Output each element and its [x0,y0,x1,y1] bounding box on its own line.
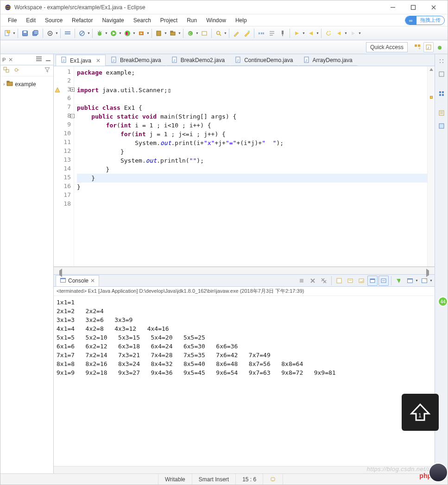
show-whitespace-button[interactable] [256,28,266,38]
line-number[interactable]: 15 [54,174,74,183]
code-line[interactable]: package example; [77,68,427,77]
code-line[interactable] [77,191,427,200]
restore-view-icon[interactable] [437,57,446,65]
line-number[interactable]: 12 [54,147,74,156]
menu-project[interactable]: Project [156,16,182,25]
code-line[interactable]: } [77,183,427,191]
remove-launch-button[interactable] [308,276,318,286]
prev-annotation-button[interactable]: ▼ [306,28,316,38]
filter-icon[interactable] [44,67,50,75]
menu-window[interactable]: Window [202,16,231,25]
line-number[interactable]: 6 [54,94,74,103]
new-java-project-button[interactable]: ▼ [154,28,164,38]
line-number[interactable]: 7 [54,103,74,112]
pin-button[interactable] [278,28,288,38]
show-console-button[interactable] [367,276,378,286]
code-line[interactable]: System.out.print(i+"x"+j+"="+(i*j)+" "); [77,139,427,147]
upload-widget[interactable]: ∞ 拖拽上传 [405,16,445,25]
code-line[interactable]: System.out.println(""); [77,156,427,165]
run-last-button[interactable]: ▼ [136,28,146,38]
line-number[interactable]: 1 [54,68,74,77]
line-number[interactable]: 16 [54,183,74,191]
expand-icon[interactable]: › [3,82,5,87]
line-number[interactable]: 3+ [54,86,74,94]
fold-icon[interactable]: + [70,88,75,92]
avatar-icon[interactable] [429,463,448,482]
fold-icon[interactable]: − [70,114,75,118]
line-number[interactable]: 8− [54,112,74,121]
run-button[interactable]: ▼ [108,28,119,38]
editor-tab[interactable]: JBreakDemo.java [106,55,166,66]
code-line[interactable]: for(int j = 1 ; j<=i ; j++) { [77,130,427,139]
remove-all-launches-button[interactable] [319,276,329,286]
debug-perspective-button[interactable] [435,42,445,52]
line-number[interactable]: 11 [54,139,74,147]
problems-icon[interactable] [437,122,446,130]
task-list-icon[interactable] [437,89,446,98]
new-button[interactable]: ▼ [2,28,13,38]
quick-access-box[interactable]: Quick Access [366,42,408,52]
line-number[interactable]: 18 [54,200,74,209]
code-line[interactable] [77,200,427,209]
open-console-button[interactable]: +▼ [419,276,429,286]
line-number[interactable]: 17 [54,191,74,200]
toggle-breadcrumb-button[interactable] [63,28,73,38]
warning-icon[interactable] [55,87,60,93]
line-number[interactable]: 10 [54,130,74,139]
code-line[interactable]: public static void main(String[] args) { [77,112,427,121]
editor-tab[interactable]: JEx1.java✕ [56,55,106,66]
menu-help[interactable]: Help [231,16,252,25]
close-icon[interactable]: ✕ [96,57,101,64]
code-line[interactable]: } [77,174,427,183]
line-number[interactable]: 13 [54,156,74,165]
scroll-to-top-button[interactable]: 1 [402,394,439,431]
display-selected-button[interactable]: ▼ [405,276,415,286]
new-class-button[interactable]: C▼ [185,28,196,38]
close-icon[interactable]: ✕ [8,57,13,63]
next-annotation-button[interactable]: ▼ [292,28,302,38]
code-line[interactable] [77,77,427,86]
save-all-button[interactable] [31,28,41,38]
switch-editor-button[interactable]: ▼ [45,28,55,38]
terminate-button[interactable] [297,276,307,286]
pin-console-button[interactable] [394,276,404,286]
package-explorer-tab[interactable]: P [2,57,6,63]
menu-edit[interactable]: Edit [21,16,40,25]
view-menu-icon[interactable] [36,56,42,63]
close-icon[interactable]: ✕ [90,277,95,284]
line-number[interactable]: 2 [54,77,74,86]
code-line[interactable]: public class Ex1 { [77,103,427,112]
menu-file[interactable]: File [3,16,21,25]
menu-run[interactable]: Run [182,16,202,25]
show-stdin-button[interactable] [379,276,389,286]
console-horizontal-scrollbar[interactable] [54,466,435,473]
word-wrap-button[interactable] [356,276,366,286]
java-perspective-button[interactable]: J [423,42,434,52]
project-node[interactable]: › example [2,79,51,89]
code-area[interactable]: package example; import java.util.Scanne… [74,66,427,266]
link-editor-icon[interactable] [13,67,20,75]
collapse-all-icon[interactable] [3,67,10,75]
new-package-button[interactable]: ▼ [168,28,178,38]
code-line[interactable]: import java.util.Scanner;▯ [77,86,427,94]
forward-history-button[interactable]: ▼ [348,28,358,38]
minimize-view-icon[interactable] [45,56,51,63]
open-perspective-button[interactable]: + [412,42,423,52]
menu-search[interactable]: Search [129,16,156,25]
notification-badge[interactable]: 44 [438,296,448,307]
project-tree[interactable]: › example [0,76,53,473]
toggle-block-button[interactable] [242,28,252,38]
code-line[interactable]: } [77,147,427,156]
code-line[interactable]: } [77,165,427,174]
console-output[interactable]: 1x1=1 2x1=2 2x2=4 3x1=3 3x2=6 3x3=9 4x1=… [54,296,435,466]
status-notification-icon[interactable] [263,474,283,485]
line-gutter[interactable]: 123+678−9101112131415161718 [54,66,74,266]
format-button[interactable] [267,28,277,38]
editor-horizontal-scrollbar[interactable] [54,267,435,274]
menu-source[interactable]: Source [40,16,67,25]
toggle-mark-button[interactable] [231,28,241,38]
search-button[interactable]: ▼ [214,28,224,38]
warning-marker-icon[interactable] [430,96,433,99]
save-button[interactable] [20,28,30,38]
overview-ruler[interactable] [427,66,435,266]
